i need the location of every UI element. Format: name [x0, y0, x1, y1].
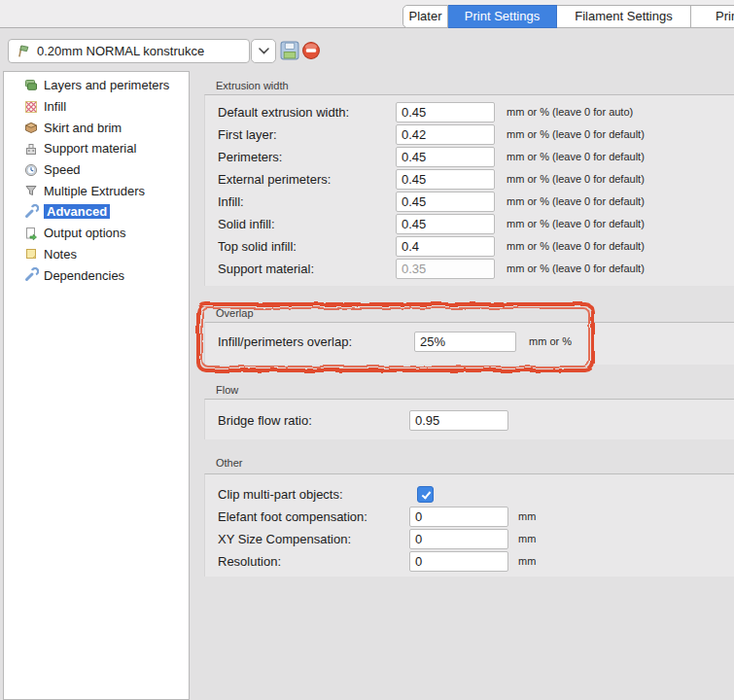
setting-row: Clip multi-part objects: [205, 483, 734, 506]
wrench-icon [23, 204, 39, 220]
sidebar-item-support-material[interactable]: Support material [4, 138, 189, 159]
tab-bar: Plater Print Settings Filament Settings … [0, 0, 734, 28]
setting-label: Perimeters: [218, 146, 282, 168]
sidebar-item-label: Advanced [44, 204, 110, 219]
unit-hint: mm or % (leave 0 for default) [507, 123, 645, 146]
setting-row: Infill/perimeters overlap: mm or % [205, 331, 734, 353]
setting-row: Solid infill: mm or % (leave 0 for defau… [205, 213, 734, 235]
sidebar-item-label: Notes [44, 247, 77, 262]
xy-size-compensation-input[interactable] [409, 529, 508, 549]
sidebar-item-multiple-extruders[interactable]: Multiple Extruders [4, 180, 189, 201]
sidebar-item-label: Dependencies [44, 268, 124, 283]
floppy-disk-icon [280, 41, 299, 60]
sidebar-item-label: Speed [44, 162, 81, 177]
sidebar-item-label: Skirt and brim [44, 121, 122, 135]
infill-input[interactable] [396, 192, 495, 212]
setting-row: Elefant foot compensation: mm [205, 506, 734, 528]
setting-label: Default extrusion width: [218, 101, 349, 123]
sidebar-item-output-options[interactable]: Output options [4, 223, 189, 244]
setting-label: Infill/perimeters overlap: [218, 331, 352, 353]
sidebar-item-skirt-and-brim[interactable]: Skirt and brim [4, 117, 189, 138]
sidebar-item-notes[interactable]: Notes [4, 244, 189, 265]
wrench-icon [23, 267, 39, 283]
solid-infill-input[interactable] [396, 214, 495, 234]
support-material-input [396, 259, 495, 279]
unit-hint: mm or % (leave 0 for default) [507, 213, 645, 235]
sidebar-item-label: Layers and perimeters [44, 78, 169, 92]
preset-name: 0.20mm NORMAL konstrukce [37, 44, 204, 58]
setting-row: Perimeters: mm or % (leave 0 for default… [205, 146, 734, 168]
preset-combobox[interactable]: 0.20mm NORMAL konstrukce [8, 39, 250, 63]
setting-label: Support material: [218, 258, 314, 280]
red-minus-circle-icon [301, 41, 321, 60]
section-flow: Bridge flow ratio: [204, 399, 734, 439]
note-icon [23, 246, 39, 262]
top-solid-infill-input[interactable] [396, 236, 495, 257]
resolution-input[interactable] [409, 551, 508, 572]
unit-hint: mm or % (leave 0 for default) [507, 235, 645, 258]
infill-perimeters-overlap-input[interactable] [414, 332, 516, 352]
sidebar-item-speed[interactable]: Speed [4, 159, 189, 181]
default-extrusion-width-input[interactable] [396, 102, 495, 122]
section-title-other: Other [216, 457, 243, 469]
setting-row: Resolution: mm [205, 550, 734, 573]
sidebar-item-dependencies[interactable]: Dependencies [4, 264, 189, 286]
sidebar-item-label: Support material [44, 141, 136, 156]
sidebar-item-advanced[interactable]: Advanced [4, 201, 189, 223]
unit-hint: mm [518, 528, 536, 550]
chevron-down-icon [259, 48, 269, 54]
setting-label: Infill: [218, 191, 244, 213]
first-layer-input[interactable] [396, 124, 495, 145]
setting-row: Top solid infill: mm or % (leave 0 for d… [205, 235, 734, 258]
setting-row: Default extrusion width: mm or % (leave … [205, 101, 734, 123]
setting-label: Resolution: [218, 550, 281, 573]
section-title-overlap: Overlap [216, 307, 254, 319]
tab-print-settings[interactable]: Print Settings [448, 5, 557, 28]
setting-row: External perimeters: mm or % (leave 0 fo… [205, 168, 734, 191]
setting-label: Top solid infill: [218, 235, 297, 258]
funnel-icon [23, 183, 39, 198]
clip-multipart-checkbox[interactable] [417, 486, 434, 503]
setting-label: Elefant foot compensation: [218, 506, 367, 528]
sidebar-item-infill[interactable]: Infill [4, 96, 189, 118]
setting-label: External perimeters: [218, 168, 331, 191]
sidebar-item-label: Output options [44, 226, 126, 240]
section-extrusion-width: Default extrusion width: mm or % (leave … [204, 94, 734, 286]
bridge-flow-ratio-input[interactable] [409, 410, 508, 431]
setting-row: Bridge flow ratio: [205, 409, 734, 432]
settings-category-tree: Layers and perimeters Infill Skirt and b… [3, 71, 190, 700]
tab-plater[interactable]: Plater [402, 5, 448, 28]
setting-label: First layer: [218, 123, 277, 146]
perimeters-input[interactable] [396, 147, 495, 167]
unit-hint: mm or % [529, 331, 572, 353]
settings-tabs: Plater Print Settings Filament Settings … [402, 5, 734, 28]
page-arrow-icon [23, 226, 39, 241]
setting-row: First layer: mm or % (leave 0 for defaul… [205, 123, 734, 146]
unit-hint: mm or % (leave 0 for default) [507, 146, 645, 168]
section-title-extrusion-width: Extrusion width [216, 80, 289, 91]
setting-label: Clip multi-part objects: [218, 483, 343, 506]
unit-hint: mm or % (leave 0 for default) [507, 168, 645, 191]
setting-label: XY Size Compensation: [218, 528, 351, 550]
building-icon [23, 141, 39, 157]
green-flag-icon [15, 43, 31, 59]
unit-hint: mm or % (leave 0 for default) [507, 191, 645, 213]
elefant-foot-compensation-input[interactable] [409, 507, 508, 527]
unit-hint: mm [518, 506, 536, 528]
tab-printer-settings[interactable]: Printer Settings [691, 5, 734, 28]
sidebar-item-label: Infill [44, 99, 66, 114]
sidebar-item-label: Multiple Extruders [44, 184, 145, 198]
setting-label: Bridge flow ratio: [218, 409, 312, 432]
clock-icon [23, 162, 39, 178]
save-preset-button[interactable] [280, 41, 299, 60]
unit-hint: mm [518, 550, 536, 573]
preset-dropdown-button[interactable] [251, 39, 276, 63]
delete-preset-button[interactable] [301, 41, 321, 60]
layers-icon [23, 78, 39, 93]
sidebar-item-layers-and-perimeters[interactable]: Layers and perimeters [4, 75, 189, 96]
unit-hint: mm or % (leave 0 for auto) [507, 101, 633, 123]
tab-filament-settings[interactable]: Filament Settings [557, 5, 691, 28]
external-perimeters-input[interactable] [396, 169, 495, 190]
section-title-flow: Flow [216, 384, 238, 396]
checkmark-icon [421, 489, 431, 499]
